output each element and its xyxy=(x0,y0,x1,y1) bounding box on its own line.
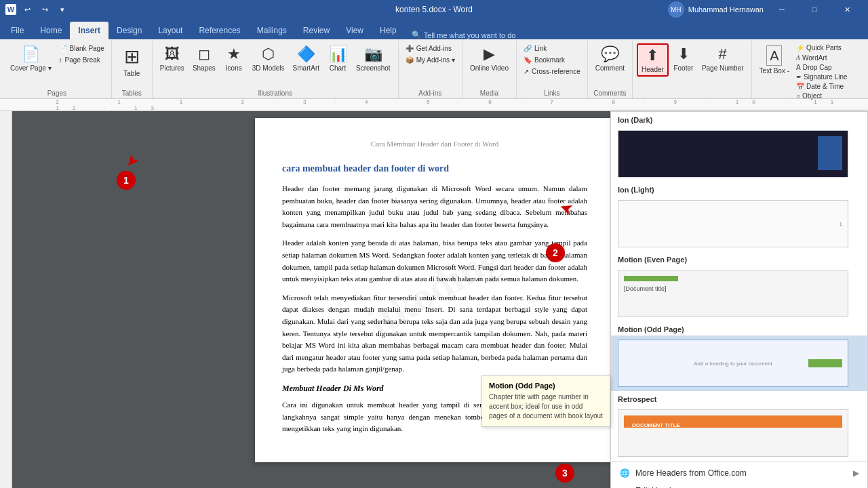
close-button[interactable]: ✕ xyxy=(831,0,863,19)
ion-light-option[interactable]: 1 xyxy=(611,196,867,251)
doc-title: cara membuat header dan footer di word xyxy=(282,161,587,176)
cover-page-button[interactable]: 📄 Cover Page ▾ xyxy=(7,43,55,74)
tab-insert[interactable]: Insert xyxy=(70,22,108,39)
motion-odd-title: Motion (Odd Page) xyxy=(611,321,867,336)
motion-even-option[interactable]: [Document title] xyxy=(611,266,867,321)
tab-file[interactable]: File xyxy=(3,22,32,39)
online-video-icon: ▶ xyxy=(484,45,495,63)
comment-label: Comment xyxy=(595,64,625,72)
shapes-button[interactable]: ◻ Shapes xyxy=(189,43,219,74)
page-number-button[interactable]: # Page Number xyxy=(698,43,747,74)
smartart-button[interactable]: 🔷 SmartArt xyxy=(290,43,323,74)
cover-page-label: Cover Page ▾ xyxy=(10,64,52,72)
screenshot-button[interactable]: 📷 Screenshot xyxy=(353,43,394,74)
bookmark-label: Bookmark xyxy=(534,56,565,64)
sig-line-label: Signature Line xyxy=(804,73,848,81)
get-addins-button[interactable]: ➕ Get Add-ins xyxy=(403,43,458,54)
doc-para-2: Header adalah konten yang berada di atas… xyxy=(282,237,587,285)
left-margin xyxy=(0,111,12,488)
tab-mailings[interactable]: Mailings xyxy=(249,22,295,39)
get-addins-icon: ➕ xyxy=(406,45,414,52)
wordart-icon: 𝐴 xyxy=(796,54,800,62)
sig-line-button[interactable]: ✒ Signature Line xyxy=(794,73,850,81)
tables-buttons: ⊞ Table xyxy=(118,43,145,96)
text-box-button[interactable]: A Text Box - xyxy=(756,43,793,77)
icons-label: Icons xyxy=(226,64,242,72)
page-break-button[interactable]: ↕ Page Break xyxy=(56,55,107,65)
crossref-button[interactable]: ↗ Cross-reference xyxy=(521,66,583,77)
comment-button[interactable]: 💬 Comment xyxy=(592,43,628,74)
object-icon: ○ xyxy=(796,92,800,100)
edit-header-item[interactable]: ✏ Edit Header xyxy=(611,482,867,488)
blank-page-icon: 📄 xyxy=(59,45,67,52)
restore-button[interactable]: □ xyxy=(799,0,830,19)
ion-dark-option[interactable] xyxy=(611,126,867,182)
links-small: 🔗 Link 🔖 Bookmark ↗ Cross-reference xyxy=(521,43,583,77)
header-footer-buttons: ⬆ Header ⬇ Footer # Page Number xyxy=(637,43,747,96)
get-addins-label: Get Add-ins xyxy=(416,45,452,52)
motion-odd-accent xyxy=(808,359,842,367)
tab-references[interactable]: References xyxy=(191,22,248,39)
date-time-button[interactable]: 📅 Date & Time xyxy=(794,82,850,91)
tab-help[interactable]: Help xyxy=(372,22,405,39)
undo-button[interactable]: ↩ xyxy=(20,3,34,16)
motion-even-title: Motion (Even Page) xyxy=(611,251,867,266)
header-button[interactable]: ⬆ Header xyxy=(637,43,669,77)
blank-page-label: Blank Page xyxy=(70,45,104,52)
chart-button[interactable]: 📊 Chart xyxy=(324,43,351,74)
date-time-icon: 📅 xyxy=(796,83,804,90)
more-headers-item[interactable]: 🌐 More Headers from Office.com ▶ xyxy=(611,464,867,482)
tab-design[interactable]: Design xyxy=(108,22,150,39)
drop-cap-button[interactable]: A Drop Cap xyxy=(794,63,850,72)
link-label: Link xyxy=(534,45,547,52)
motion-even-bar xyxy=(624,276,678,281)
pictures-button[interactable]: 🖼 Pictures xyxy=(157,43,188,74)
tab-home[interactable]: Home xyxy=(32,22,70,39)
page-break-icon: ↕ xyxy=(59,56,62,64)
quick-parts-button[interactable]: ⚡ Quick Parts xyxy=(794,43,850,52)
title-bar-left: W ↩ ↪ ▾ xyxy=(5,3,69,16)
motion-odd-text: Add a heading to your document xyxy=(694,361,772,367)
footer-icon: ⬇ xyxy=(677,45,690,63)
footer-button[interactable]: ⬇ Footer xyxy=(670,43,697,74)
cover-page-icon: 📄 xyxy=(22,45,40,63)
avatar: MH xyxy=(668,1,684,18)
search-icon: 🔍 xyxy=(412,30,421,39)
ribbon: 📄 Cover Page ▾ 📄 Blank Page ↕ Page Break… xyxy=(0,39,868,99)
motion-odd-option[interactable]: Add a heading to your document xyxy=(611,336,867,391)
link-button[interactable]: 🔗 Link xyxy=(521,43,583,54)
online-video-button[interactable]: ▶ Online Video xyxy=(467,43,512,74)
ion-dark-accent xyxy=(818,136,842,170)
page-number-icon: # xyxy=(719,45,727,63)
tab-review[interactable]: Review xyxy=(295,22,338,39)
customize-qat-button[interactable]: ▾ xyxy=(56,3,69,16)
screenshot-icon: 📷 xyxy=(364,45,382,63)
retrospect-option[interactable]: DOCUMENT TITLE xyxy=(611,405,867,461)
doc-header-hint: Cara Membuat Header dan Footer di Word xyxy=(282,138,587,150)
ribbon-group-tables: ⊞ Table Tables xyxy=(112,41,153,98)
tab-layout[interactable]: Layout xyxy=(150,22,191,39)
table-button[interactable]: ⊞ Table xyxy=(118,43,145,79)
ribbon-group-media: ▶ Online Video Media xyxy=(462,41,517,98)
my-addins-label: My Add-ins ▾ xyxy=(416,56,455,64)
quick-parts-icon: ⚡ xyxy=(796,44,804,52)
media-group-label: Media xyxy=(462,89,516,97)
icons-button[interactable]: ★ Icons xyxy=(220,43,248,74)
minimize-button[interactable]: ─ xyxy=(766,0,797,19)
object-button[interactable]: ○ Object xyxy=(794,92,850,100)
ribbon-group-pages: 📄 Cover Page ▾ 📄 Blank Page ↕ Page Break… xyxy=(3,41,112,98)
bookmark-icon: 🔖 xyxy=(524,56,532,64)
online-video-label: Online Video xyxy=(470,64,509,72)
motion-odd-thumbnail: Add a heading to your document xyxy=(618,340,848,387)
wordart-button[interactable]: 𝐴 WordArt xyxy=(794,53,850,62)
motion-even-text: [Document title] xyxy=(624,285,667,292)
blank-page-button[interactable]: 📄 Blank Page xyxy=(56,43,107,54)
bookmark-button[interactable]: 🔖 Bookmark xyxy=(521,55,583,65)
3d-models-button[interactable]: ⬡ 3D Models xyxy=(249,43,288,74)
tab-view[interactable]: View xyxy=(338,22,372,39)
my-addins-button[interactable]: 📦 My Add-ins ▾ xyxy=(403,55,458,65)
header-icon: ⬆ xyxy=(646,47,658,64)
redo-button[interactable]: ↪ xyxy=(38,3,52,16)
tell-me-bar[interactable]: 🔍 Tell me what you want to do xyxy=(412,30,516,39)
pictures-label: Pictures xyxy=(160,64,184,72)
